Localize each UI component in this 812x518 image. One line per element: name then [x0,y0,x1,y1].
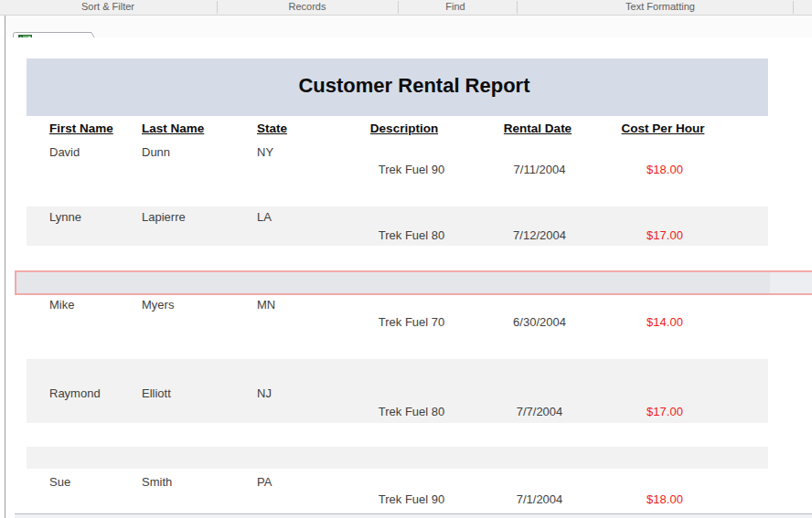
cell-cost-per-hour[interactable]: $17.00 [646,405,683,418]
cell-rental-date[interactable]: 7/7/2004 [517,405,563,418]
cell-cost-per-hour[interactable]: $18.00 [646,163,683,176]
ribbon-group-separator [793,1,794,14]
cell-cost-per-hour[interactable]: $18.00 [646,492,683,506]
cell-first-name[interactable]: David [49,145,80,159]
ribbon-group-records: Records [289,1,326,12]
column-header-cost-per-hour[interactable]: Cost Per Hour [622,122,705,135]
ribbon-group-caption-bar: Sort & Filter Records Find Text Formatti… [0,0,812,16]
cell-rental-date[interactable]: 7/11/2004 [514,163,566,176]
cell-rental-date[interactable]: 7/12/2004 [513,228,566,242]
document-tab-bar: CUSTOMER [5,16,812,37]
cell-rental-date[interactable]: 6/30/2004 [513,315,566,329]
column-header-rental-date[interactable]: Rental Date [504,122,572,135]
cell-last-name[interactable]: Smith [142,475,172,489]
cell-first-name[interactable]: Raymond [49,386,101,400]
report-title: Customer Rental Report [298,74,529,98]
access-report-window: Sort & Filter Records Find Text Formatti… [0,0,812,518]
ribbon-group-sort-filter: Sort & Filter [81,1,134,12]
cell-first-name[interactable]: Mike [49,298,74,312]
cell-first-name[interactable]: Lynne [49,210,81,224]
cell-state[interactable]: LA [257,210,272,224]
column-header-description[interactable]: Description [370,122,438,135]
ribbon-group-separator [217,1,218,14]
cell-state[interactable]: NJ [257,386,272,400]
ribbon-group-separator [398,1,399,14]
ribbon-group-find: Find [445,1,465,12]
cell-description[interactable]: Trek Fuel 90 [379,163,445,176]
column-header-state[interactable]: State [257,122,287,135]
cell-description[interactable]: Trek Fuel 80 [379,405,445,418]
column-header-last-name[interactable]: Last Name [142,122,204,135]
row-stripe [27,447,768,469]
ribbon-group-text-formatting: Text Formatting [625,1,695,12]
next-section-strip [15,513,812,518]
cell-first-name[interactable]: Sue [49,475,70,489]
cell-description[interactable]: Trek Fuel 70 [379,315,445,329]
cell-cost-per-hour[interactable]: $17.00 [646,228,683,242]
selected-record-band-outside-page [770,272,812,293]
column-header-first-name[interactable]: First Name [49,122,113,135]
ribbon-group-separator [517,1,518,14]
cell-last-name[interactable]: Elliott [142,386,171,400]
cell-state[interactable]: MN [257,298,275,312]
cell-cost-per-hour[interactable]: $14.00 [646,315,683,329]
cell-state[interactable]: NY [257,145,273,159]
cell-last-name[interactable]: Dunn [142,145,170,159]
cell-rental-date[interactable]: 7/1/2004 [517,492,563,506]
cell-state[interactable]: PA [257,475,272,489]
cell-description[interactable]: Trek Fuel 90 [379,492,445,506]
cell-last-name[interactable]: Lapierre [142,210,186,224]
cell-last-name[interactable]: Myers [142,298,174,312]
selected-record-band[interactable] [15,270,812,295]
cell-description[interactable]: Trek Fuel 80 [379,228,445,242]
